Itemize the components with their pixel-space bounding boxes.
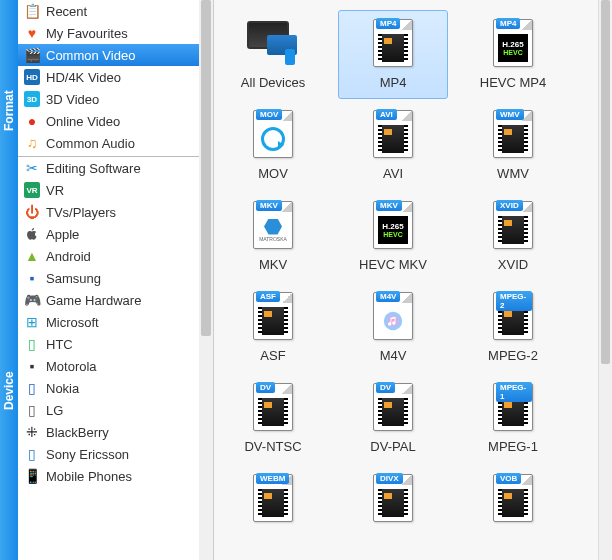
- tab-format[interactable]: Format: [0, 0, 18, 222]
- samsung-icon: ▪: [24, 270, 40, 286]
- recent-icon: 📋: [24, 3, 40, 19]
- microsoft-icon: ⊞: [24, 314, 40, 330]
- format-item-asf[interactable]: ASFASF: [218, 283, 328, 372]
- format-icon: MP4: [361, 15, 425, 71]
- format-item-dv-pal[interactable]: DVDV-PAL: [338, 374, 448, 463]
- sidebar-item-label: Sony Ericsson: [46, 447, 207, 462]
- format-badge: MP4: [496, 18, 520, 29]
- sidebar-item-online-video[interactable]: ●Online Video: [18, 110, 213, 132]
- sidebar-item-label: BlackBerry: [46, 425, 207, 440]
- sidebar-item-lg[interactable]: ▯LG: [18, 399, 213, 421]
- format-item-mp4[interactable]: MP4MP4: [338, 10, 448, 99]
- format-icon: [241, 15, 305, 71]
- sidebar-item-label: Recent: [46, 4, 207, 19]
- sidebar: 📋Recent♥My Favourites🎬Common VideoHDHD/4…: [18, 0, 214, 560]
- game-hardware-icon: 🎮: [24, 292, 40, 308]
- format-label: DV-PAL: [370, 439, 415, 454]
- format-item-mov[interactable]: MOVMOV: [218, 101, 328, 190]
- sidebar-item-motorola[interactable]: ▪Motorola: [18, 355, 213, 377]
- content-scrollbar[interactable]: [598, 0, 612, 560]
- sidebar-item-label: My Favourites: [46, 26, 207, 41]
- content-scrollbar-thumb[interactable]: [601, 0, 610, 364]
- sidebar-item-my-favourites[interactable]: ♥My Favourites: [18, 22, 213, 44]
- format-icon: MKVH.265HEVC: [361, 197, 425, 253]
- sidebar-item-vr[interactable]: VRVR: [18, 179, 213, 201]
- sony-ericsson-icon: ▯: [24, 446, 40, 462]
- sidebar-item-htc[interactable]: ▯HTC: [18, 333, 213, 355]
- sidebar-item-mobile-phones[interactable]: 📱Mobile Phones: [18, 465, 213, 487]
- lg-icon: ▯: [24, 402, 40, 418]
- sidebar-item-samsung[interactable]: ▪Samsung: [18, 267, 213, 289]
- sidebar-item-editing-software[interactable]: ✂Editing Software: [18, 157, 213, 179]
- sidebar-item-tvs-players[interactable]: ⏻TVs/Players: [18, 201, 213, 223]
- format-label: MPEG-1: [488, 439, 538, 454]
- sidebar-item-label: Game Hardware: [46, 293, 207, 308]
- sidebar-item-label: Apple: [46, 227, 207, 242]
- format-item-divx[interactable]: DIVX: [338, 465, 448, 535]
- format-badge: MKV: [256, 200, 282, 211]
- sidebar-item-hd-4k-video[interactable]: HDHD/4K Video: [18, 66, 213, 88]
- sidebar-item-label: Common Audio: [46, 136, 207, 151]
- format-item-webm[interactable]: WEBM: [218, 465, 328, 535]
- format-badge: AVI: [376, 109, 397, 120]
- format-label: HEVC MP4: [480, 75, 546, 90]
- sidebar-section-device: ✂Editing SoftwareVRVR⏻TVs/PlayersApple▲A…: [18, 157, 213, 489]
- format-icon: MP4H.265HEVC: [481, 15, 545, 71]
- format-icon: VOB: [481, 470, 545, 526]
- sidebar-scrollbar-thumb[interactable]: [201, 0, 211, 336]
- sidebar-item-label: Samsung: [46, 271, 207, 286]
- format-item-xvid[interactable]: XVIDXVID: [458, 192, 568, 281]
- format-item-mkv[interactable]: MKVMATROSKAMKV: [218, 192, 328, 281]
- sidebar-item-sony-ericsson[interactable]: ▯Sony Ericsson: [18, 443, 213, 465]
- sidebar-item-label: VR: [46, 183, 207, 198]
- sidebar-scrollbar[interactable]: [199, 0, 213, 560]
- sidebar-item-label: Nokia: [46, 381, 207, 396]
- editing-software-icon: ✂: [24, 160, 40, 176]
- format-item-m4v[interactable]: M4VM4V: [338, 283, 448, 372]
- sidebar-item-recent[interactable]: 📋Recent: [18, 0, 213, 22]
- format-label: MPEG-2: [488, 348, 538, 363]
- format-badge: ASF: [256, 291, 280, 302]
- format-badge: M4V: [376, 291, 400, 302]
- format-grid-panel: All DevicesMP4MP4MP4H.265HEVCHEVC MP4MOV…: [214, 0, 612, 560]
- format-badge: DIVX: [376, 473, 403, 484]
- vr-icon: VR: [24, 182, 40, 198]
- sidebar-item-game-hardware[interactable]: 🎮Game Hardware: [18, 289, 213, 311]
- format-label: M4V: [380, 348, 407, 363]
- format-item-mpeg-1[interactable]: MPEG-1MPEG-1: [458, 374, 568, 463]
- sidebar-item-microsoft[interactable]: ⊞Microsoft: [18, 311, 213, 333]
- format-item-vob[interactable]: VOB: [458, 465, 568, 535]
- format-icon: MKVMATROSKA: [241, 197, 305, 253]
- format-badge: WEBM: [256, 473, 289, 484]
- tab-device[interactable]: Device: [0, 222, 18, 560]
- format-label: DV-NTSC: [244, 439, 301, 454]
- sidebar-item-android[interactable]: ▲Android: [18, 245, 213, 267]
- format-item-all-devices[interactable]: All Devices: [218, 10, 328, 99]
- format-item-avi[interactable]: AVIAVI: [338, 101, 448, 190]
- sidebar-item-apple[interactable]: Apple: [18, 223, 213, 245]
- sidebar-item-label: HD/4K Video: [46, 70, 207, 85]
- format-icon: MPEG-2: [481, 288, 545, 344]
- sidebar-item-blackberry[interactable]: ⁜BlackBerry: [18, 421, 213, 443]
- format-icon: ASF: [241, 288, 305, 344]
- sidebar-item-common-video[interactable]: 🎬Common Video: [18, 44, 213, 66]
- sidebar-item-common-audio[interactable]: ♫Common Audio: [18, 132, 213, 154]
- format-item-dv-ntsc[interactable]: DVDV-NTSC: [218, 374, 328, 463]
- sidebar-item-label: Editing Software: [46, 161, 207, 176]
- format-icon: DIVX: [361, 470, 425, 526]
- format-item-hevc-mkv[interactable]: MKVH.265HEVCHEVC MKV: [338, 192, 448, 281]
- format-badge: DV: [256, 382, 275, 393]
- sidebar-item-label: LG: [46, 403, 207, 418]
- format-item-hevc-mp4[interactable]: MP4H.265HEVCHEVC MP4: [458, 10, 568, 99]
- sidebar-item-label: Android: [46, 249, 207, 264]
- format-item-mpeg-2[interactable]: MPEG-2MPEG-2: [458, 283, 568, 372]
- htc-icon: ▯: [24, 336, 40, 352]
- format-icon: DV: [361, 379, 425, 435]
- sidebar-item-nokia[interactable]: ▯Nokia: [18, 377, 213, 399]
- sidebar-item-label: HTC: [46, 337, 207, 352]
- sidebar-item-label: Mobile Phones: [46, 469, 207, 484]
- format-label: HEVC MKV: [359, 257, 427, 272]
- format-item-wmv[interactable]: WMVWMV: [458, 101, 568, 190]
- sidebar-item-3d-video[interactable]: 3D3D Video: [18, 88, 213, 110]
- format-badge: XVID: [496, 200, 523, 211]
